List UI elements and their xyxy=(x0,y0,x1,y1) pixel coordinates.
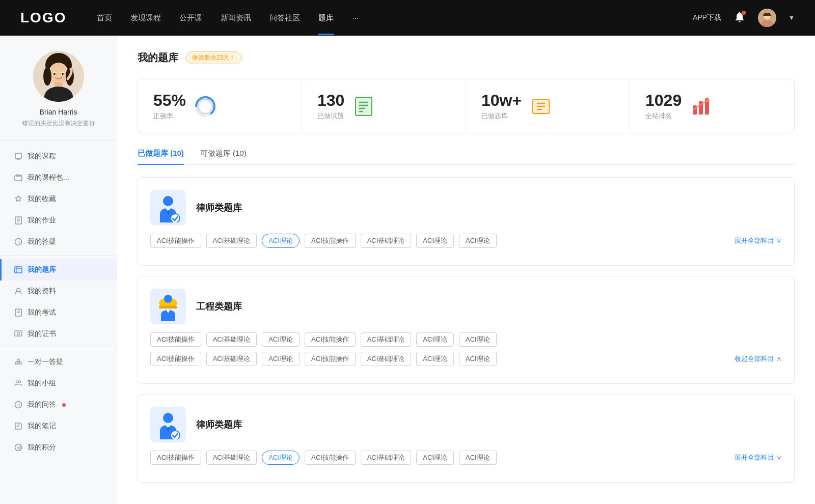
qbank-card-engineer: 工程类题库 ACI技能操作 ACI基础理论 ACI理论 ACI技能操作 ACI基… xyxy=(138,276,795,384)
qbank-tag[interactable]: ACI理论 xyxy=(459,234,497,248)
stat-value-accuracy: 55% xyxy=(153,92,186,109)
qbank-tag[interactable]: ACI理论 xyxy=(459,352,497,366)
sidebar-item-my-questions[interactable]: ? 我的问答 xyxy=(0,394,117,415)
qbank-tag[interactable]: ACI基础理论 xyxy=(206,332,257,347)
user-name: Brian Harris xyxy=(10,108,106,116)
qbank-tag[interactable]: ACI基础理论 xyxy=(206,451,257,465)
rank-icon xyxy=(690,95,712,118)
sidebar-item-my-homework[interactable]: 我的作业 xyxy=(0,210,117,231)
qbank-tags-row-1: ACI技能操作 ACI基础理论 ACI理论 ACI技能操作 ACI基础理论 AC… xyxy=(150,234,782,248)
sidebar: Brian Harris 错误的决定比没有决定要好 我的课程 我的课程包... … xyxy=(0,36,117,504)
stat-value-banks: 10w+ xyxy=(481,92,522,109)
svg-point-66 xyxy=(164,295,172,303)
qbank-tag[interactable]: ACI理论 xyxy=(416,451,454,465)
sidebar-item-my-course-pack[interactable]: 我的课程包... xyxy=(0,167,117,188)
qbank-tag-active[interactable]: ACI理论 xyxy=(262,451,300,465)
qbank-expand-button-1[interactable]: 展开全部科目 ∨ xyxy=(735,236,782,245)
svg-point-67 xyxy=(163,413,173,423)
sidebar-item-my-exam[interactable]: 我的考试 xyxy=(0,302,117,323)
qbank-tag[interactable]: ACI技能操作 xyxy=(305,332,356,347)
qbank-tag[interactable]: ACI理论 xyxy=(459,332,497,347)
stat-questions-done: 130 已做试题 xyxy=(302,79,466,133)
svg-rect-14 xyxy=(15,153,21,158)
page-layout: Brian Harris 错误的决定比没有决定要好 我的课程 我的课程包... … xyxy=(0,36,815,504)
user-motto: 错误的决定比没有决定要好 xyxy=(10,119,106,128)
accuracy-icon xyxy=(194,95,216,118)
user-dropdown-arrow[interactable]: ▼ xyxy=(789,14,795,21)
qbank-tag[interactable]: ACI理论 xyxy=(416,332,454,347)
svg-point-36 xyxy=(18,381,20,383)
qbank-tag[interactable]: ACI理论 xyxy=(416,234,454,248)
tab-done-banks[interactable]: 已做题库 (10) xyxy=(138,149,184,164)
qbank-tag[interactable]: ACI技能操作 xyxy=(305,234,356,248)
nav-link-home[interactable]: 首页 xyxy=(97,13,112,23)
sidebar-item-my-course[interactable]: 我的课程 xyxy=(0,146,117,167)
qbank-header-1: 律师类题库 xyxy=(150,190,782,226)
qbank-tag[interactable]: ACI基础理论 xyxy=(206,352,257,366)
user-avatar[interactable] xyxy=(758,9,776,27)
trial-badge: 体验剩余23天！ xyxy=(185,51,242,64)
qbank-tag[interactable]: ACI理论 xyxy=(262,332,300,347)
qbank-tag[interactable]: ACI技能操作 xyxy=(305,352,356,366)
nav-link-news[interactable]: 新闻资讯 xyxy=(221,13,251,23)
page-title: 我的题库 xyxy=(138,51,178,65)
sidebar-item-my-data[interactable]: 我的资料 xyxy=(0,281,117,302)
qbank-tag[interactable]: ACI理论 xyxy=(459,451,497,465)
stat-banks-done: 10w+ 已做题库 xyxy=(466,79,630,133)
qbank-tag[interactable]: ACI技能操作 xyxy=(150,332,201,347)
sidebar-item-my-notes[interactable]: 我的笔记 xyxy=(0,415,117,437)
sidebar-item-my-points[interactable]: 积 我的积分 xyxy=(0,437,117,458)
svg-point-12 xyxy=(53,73,56,75)
svg-rect-65 xyxy=(159,306,177,309)
svg-point-33 xyxy=(17,332,20,335)
svg-point-60 xyxy=(707,99,710,102)
sidebar-item-my-favorites[interactable]: 我的收藏 xyxy=(0,188,117,210)
qbank-tag[interactable]: ACI基础理论 xyxy=(361,451,412,465)
stat-label-accuracy: 正确率 xyxy=(153,111,186,121)
qbank-tag[interactable]: ACI理论 xyxy=(416,352,454,366)
logo: LOGO xyxy=(20,10,66,26)
sidebar-item-my-cert[interactable]: 我的证书 xyxy=(0,323,117,345)
svg-text:?: ? xyxy=(18,240,20,245)
qbank-tag[interactable]: ACI基础理论 xyxy=(361,352,412,366)
nav-link-qa[interactable]: 问答社区 xyxy=(269,13,300,23)
notification-bell[interactable] xyxy=(734,11,746,25)
qbank-icon-lawyer-1 xyxy=(150,190,186,226)
qbank-collapse-button-2[interactable]: 收起全部科目 ∧ xyxy=(735,354,782,363)
qbank-title-3: 律师类题库 xyxy=(196,418,242,431)
sidebar-item-my-qbank[interactable]: 我的题库 xyxy=(0,259,117,281)
qbank-tag-active[interactable]: ACI理论 xyxy=(262,234,300,248)
sidebar-item-my-qa[interactable]: ? 我的答疑 xyxy=(0,231,117,253)
svg-point-6 xyxy=(43,67,51,86)
nav-link-more[interactable]: ··· xyxy=(352,13,359,23)
svg-point-34 xyxy=(17,359,20,361)
svg-rect-57 xyxy=(693,105,697,115)
stat-label-questions: 已做试题 xyxy=(317,111,344,121)
sidebar-item-one-on-one[interactable]: 一对一答疑 xyxy=(0,351,117,373)
nav-link-open[interactable]: 公开课 xyxy=(179,13,202,23)
qbank-tag[interactable]: ACI基础理论 xyxy=(206,234,257,248)
tab-available-banks[interactable]: 可做题库 (10) xyxy=(200,149,247,164)
qbank-expand-button-3[interactable]: 展开全部科目 ∨ xyxy=(735,453,782,462)
nav-link-qbank[interactable]: 题库 xyxy=(318,13,334,23)
svg-rect-46 xyxy=(356,97,372,116)
qbank-tag[interactable]: ACI技能操作 xyxy=(150,234,201,248)
qbank-tags-row-3: ACI技能操作 ACI基础理论 ACI理论 ACI技能操作 ACI基础理论 AC… xyxy=(150,451,782,465)
nav-link-discover[interactable]: 发现课程 xyxy=(130,13,161,23)
qbank-icon-lawyer-2 xyxy=(150,407,186,442)
svg-point-13 xyxy=(62,73,64,75)
svg-text:积: 积 xyxy=(17,445,21,451)
qbank-tag[interactable]: ACI技能操作 xyxy=(150,451,201,465)
qbank-tag[interactable]: ACI技能操作 xyxy=(305,451,356,465)
qbank-tag[interactable]: ACI基础理论 xyxy=(361,234,412,248)
app-download-button[interactable]: APP下载 xyxy=(693,13,721,22)
stat-value-questions: 130 xyxy=(317,92,344,109)
stat-accuracy: 55% 正确率 xyxy=(138,79,302,133)
qbank-tag[interactable]: ACI基础理论 xyxy=(361,332,412,347)
svg-point-68 xyxy=(171,431,180,439)
sidebar-profile: Brian Harris 错误的决定比没有决定要好 xyxy=(0,51,117,141)
qbank-tag[interactable]: ACI技能操作 xyxy=(150,352,201,366)
stat-rank: 1029 全站排名 xyxy=(630,79,794,133)
sidebar-item-my-group[interactable]: 我的小组 xyxy=(0,373,117,394)
qbank-tag[interactable]: ACI理论 xyxy=(262,352,300,366)
